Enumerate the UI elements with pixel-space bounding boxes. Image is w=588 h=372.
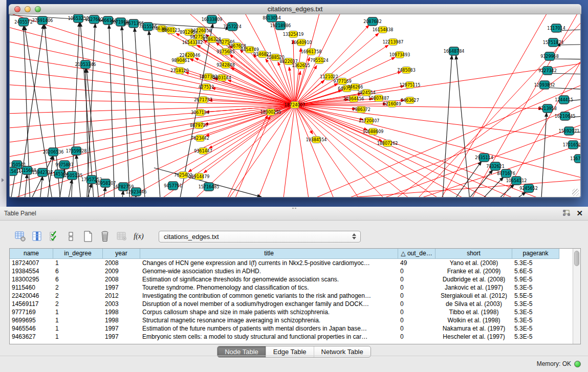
graph-node[interactable]: 19384554 <box>306 137 327 143</box>
delete-table-icon[interactable] <box>116 230 128 243</box>
table-row[interactable]: 977716911998Corpus callosum shape and si… <box>10 308 580 316</box>
graph-node[interactable]: 427512 <box>199 84 214 91</box>
panel-toggle-arrow-icon[interactable] <box>2 178 4 182</box>
graph-node[interactable]: 9975887 <box>55 161 74 169</box>
graph-node[interactable]: 15720407 <box>359 118 380 124</box>
float-window-icon[interactable] <box>563 210 570 216</box>
graph-node[interactable]: 8213958 <box>538 104 557 113</box>
graph-node[interactable]: 21053346 <box>75 60 96 69</box>
table-row[interactable]: 1872400712008Changes of HCN gene express… <box>10 259 580 267</box>
graph-node[interactable]: 13325419 <box>283 31 304 38</box>
graph-node[interactable]: 9242848 <box>216 62 235 69</box>
graph-node[interactable]: 16543382 <box>182 39 203 46</box>
graph-node[interactable]: 18807262 <box>377 140 398 147</box>
graph-node[interactable]: 1807382 <box>199 74 217 80</box>
graph-node[interactable]: 2087682 <box>363 17 382 26</box>
column-header-name[interactable]: name <box>10 249 53 259</box>
graph-node[interactable]: 8813054 <box>263 14 281 22</box>
table-row[interactable]: 1456911722003Disruption of a novel membe… <box>10 300 580 308</box>
graph-node[interactable]: 20206536 <box>43 148 64 156</box>
graph-node[interactable]: 10807487 <box>368 95 389 102</box>
graph-node[interactable]: 16210645 <box>555 112 576 120</box>
graph-node[interactable]: 1167533 <box>570 155 581 163</box>
graph-node[interactable]: 17016504 <box>563 141 581 149</box>
window-resize-grip[interactable] <box>572 189 579 196</box>
graph-node[interactable]: 9777169 <box>333 78 352 85</box>
graph-node[interactable]: 1244415 <box>555 96 573 104</box>
function-builder-icon[interactable]: f(x) <box>133 230 145 243</box>
graph-node[interactable]: 15692071 <box>559 127 580 135</box>
table-row[interactable]: 2242004622012Investigating the contribut… <box>10 292 580 300</box>
column-header-in-degree[interactable]: in_degree <box>53 249 103 259</box>
graph-node[interactable]: 16961758 <box>301 49 322 55</box>
graph-node[interactable]: 12213987 <box>383 39 404 46</box>
graph-node[interactable]: 6216049 <box>383 101 401 107</box>
graph-node[interactable]: 1362615 <box>292 62 310 69</box>
scrollbar-thumb[interactable] <box>574 251 579 266</box>
left-panel-collapse-strip[interactable] <box>0 0 7 207</box>
table-row[interactable]: 911546021997Tourette syndrome. Phenomeno… <box>10 283 580 292</box>
graph-node[interactable]: 10973493 <box>389 52 410 58</box>
graph-node[interactable]: 8860123 <box>162 27 180 34</box>
graph-node[interactable]: 18226058 <box>191 28 212 34</box>
network-canvas[interactable]: 2405572376914061065325715276026466160107… <box>9 14 581 198</box>
graph-node[interactable]: 20364456 <box>343 96 364 102</box>
select-all-rows-icon[interactable] <box>48 230 60 243</box>
graph-node[interactable]: 16648784 <box>444 47 465 55</box>
table-cell: 5.3E-5 <box>512 283 559 292</box>
graph-node[interactable]: 7623442 <box>191 135 209 142</box>
new-column-icon[interactable] <box>82 230 94 243</box>
graph-node[interactable]: 10688609 <box>363 128 384 135</box>
graph-node[interactable]: 15751874 <box>543 38 564 47</box>
column-visibility-icon[interactable] <box>31 230 43 243</box>
panel-close-icon[interactable]: ✕ <box>576 209 583 217</box>
graph-node[interactable]: 8679737 <box>190 122 208 129</box>
graph-node[interactable]: 2671737 <box>194 97 212 103</box>
panel-divider-handle[interactable] <box>292 207 297 209</box>
network-window-titlebar[interactable]: citations_edges.txt <box>9 4 581 14</box>
table-cell: 14569117 <box>10 300 53 308</box>
column-header-pagerank[interactable]: pagerank <box>512 249 559 259</box>
graph-node[interactable]: 7832621 <box>486 162 505 170</box>
column-header-title[interactable]: title <box>140 249 398 259</box>
deselect-rows-icon[interactable] <box>65 230 77 243</box>
table-vertical-scrollbar[interactable] <box>573 249 580 344</box>
graph-node[interactable]: 9463627 <box>401 97 419 104</box>
graph-node[interactable]: 3067134 <box>191 110 209 116</box>
delete-column-icon[interactable] <box>99 230 111 243</box>
table-row[interactable]: 1938455462009Genome-wide association stu… <box>10 267 580 275</box>
graph-node[interactable]: 9890461 <box>171 57 190 64</box>
table-settings-icon[interactable] <box>14 230 27 243</box>
graph-node[interactable]: 9175685 <box>216 49 235 55</box>
memory-status[interactable]: Memory: OK <box>537 360 581 367</box>
graph-node[interactable]: 7485083 <box>397 67 416 74</box>
graph-node[interactable]: 2718120 <box>170 68 189 74</box>
column-header-out-de-[interactable]: △ out_de… <box>398 249 435 259</box>
table-row[interactable]: 1830029562008Estimation of significance … <box>10 275 580 283</box>
graph-node[interactable]: 12975115 <box>400 82 421 89</box>
graph-node[interactable]: 18300295 <box>260 109 281 116</box>
column-header-short[interactable]: short <box>435 249 512 259</box>
graph-node[interactable]: 9457791 <box>164 182 182 190</box>
graph-node[interactable]: 7986372 <box>352 106 371 113</box>
graph-hub-node[interactable]: 18724007 <box>285 102 306 108</box>
graph-node[interactable]: 8471676 <box>497 169 515 178</box>
table-row[interactable]: 946554611997Estimation of the future num… <box>10 324 580 333</box>
graph-node[interactable]: 16033809 <box>202 15 223 24</box>
graph-node[interactable]: 16154838 <box>373 27 394 33</box>
citation-graph[interactable]: 2405572376914061065325715276026466160107… <box>10 14 581 198</box>
graph-node[interactable]: 3824554 <box>357 90 376 96</box>
graph-node[interactable]: 7955124 <box>310 57 329 64</box>
graph-node[interactable]: 16640910 <box>291 39 312 46</box>
graph-node[interactable]: 1117014 <box>547 24 565 32</box>
graph-node[interactable]: 16914479 <box>189 173 210 180</box>
table-row[interactable]: 946362711997Embryonic stem cells: a mode… <box>10 333 580 341</box>
graph-node[interactable]: 9245652 <box>519 184 538 192</box>
table-row[interactable]: 969969511998Structural magnetic resonanc… <box>10 316 580 324</box>
graph-node[interactable]: 2405572 <box>14 18 33 26</box>
graph-node[interactable]: 746266 <box>347 84 363 91</box>
network-table-select[interactable]: citations_edges.txt <box>159 231 361 243</box>
graph-node[interactable]: 15716485 <box>199 183 220 191</box>
graph-node[interactable]: 9361447 <box>194 148 212 155</box>
column-header-year[interactable]: year <box>103 249 140 259</box>
